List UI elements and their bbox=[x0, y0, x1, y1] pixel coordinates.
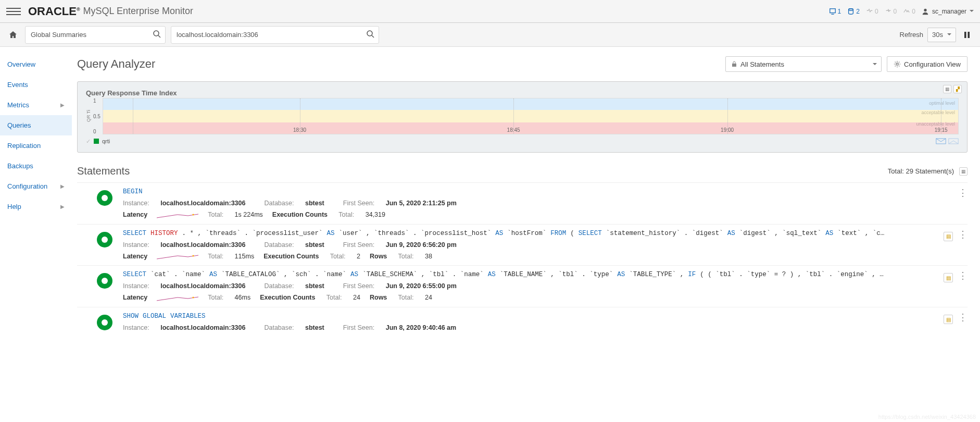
pause-icon bbox=[963, 31, 971, 39]
page-title: Query Analyzer bbox=[77, 57, 155, 71]
chevron-right-icon: ▶ bbox=[60, 204, 65, 209]
statement-sql[interactable]: SELECT HISTORY . * , `threads` . `proces… bbox=[123, 230, 933, 237]
home-icon bbox=[8, 30, 18, 40]
chevron-down-icon bbox=[873, 63, 877, 67]
svg-line-5 bbox=[158, 35, 160, 38]
copy-sql-button[interactable]: ▤ bbox=[944, 232, 953, 241]
copy-sql-button[interactable]: ▤ bbox=[944, 273, 953, 282]
sidebar-item-events[interactable]: Events bbox=[0, 75, 72, 95]
brand-logo: ORACLE® bbox=[28, 5, 80, 18]
statement-menu-button[interactable]: ⋮ bbox=[958, 273, 968, 278]
status-instances[interactable]: 2 bbox=[847, 8, 860, 15]
refresh-label: Refresh bbox=[900, 31, 924, 39]
pause-button[interactable] bbox=[960, 28, 974, 42]
sidebar-item-replication[interactable]: Replication bbox=[0, 135, 72, 156]
sidebar-nav: OverviewEventsMetrics▶QueriesReplication… bbox=[0, 47, 72, 352]
statement-menu-button[interactable]: ⋮ bbox=[958, 315, 968, 320]
statement-menu-button[interactable]: ⋮ bbox=[958, 232, 968, 237]
lock-icon bbox=[731, 61, 737, 67]
sidebar-item-label: Overview bbox=[7, 60, 35, 68]
user-icon bbox=[922, 8, 929, 15]
status-warning[interactable]: 0 bbox=[866, 8, 878, 15]
chart-x-tick: 19:00 bbox=[721, 127, 734, 133]
chart-x-tick: 18:45 bbox=[507, 127, 520, 133]
svg-point-15 bbox=[193, 255, 194, 257]
svg-point-4 bbox=[154, 31, 159, 36]
instance-selector[interactable]: localhost.localdomain:3306 bbox=[171, 26, 379, 44]
chart-plot-area[interactable]: optimal level acceptable level unaccepta… bbox=[103, 98, 959, 134]
status-ok-badge bbox=[97, 273, 112, 289]
refresh-interval-value: 30s bbox=[932, 31, 943, 39]
copy-sql-button[interactable]: ▤ bbox=[944, 315, 953, 324]
statement-meta: Instance: localhost.localdomain:3306Data… bbox=[123, 241, 933, 249]
statement-row: SHOW GLOBAL VARIABLESInstance: localhost… bbox=[77, 307, 968, 337]
statement-stats: LatencyTotal: 1s 224msExecution Counts T… bbox=[123, 211, 948, 219]
chart-level-acceptable: acceptable level bbox=[921, 110, 955, 115]
statement-sql[interactable]: BEGIN bbox=[123, 188, 948, 195]
qrti-chart-panel: ▦ ▞ Query Response Time Index QR Ti 10.5… bbox=[77, 81, 968, 153]
legend-swatch bbox=[94, 139, 99, 144]
chart-level-unacceptable: unacceptable level bbox=[916, 121, 955, 127]
search-icon bbox=[366, 30, 374, 40]
chart-level-optimal: optimal level bbox=[929, 101, 955, 106]
sidebar-item-overview[interactable]: Overview bbox=[0, 54, 72, 75]
user-name: sc_manager bbox=[932, 8, 966, 15]
chart-settings-button[interactable]: ▞ bbox=[953, 85, 962, 93]
statement-meta: Instance: localhost.localdomain:3306Data… bbox=[123, 282, 933, 290]
envelope-open-icon[interactable] bbox=[948, 138, 959, 145]
group-selector[interactable]: Global Summaries bbox=[25, 26, 166, 44]
configuration-view-button[interactable]: Configuration View bbox=[887, 56, 968, 72]
sidebar-item-label: Backups bbox=[7, 162, 33, 170]
sidebar-item-metrics[interactable]: Metrics▶ bbox=[0, 95, 72, 115]
context-toolbar: Global Summaries localhost.localdomain:3… bbox=[0, 23, 980, 47]
status-ok-badge bbox=[97, 190, 112, 206]
menu-toggle-button[interactable] bbox=[6, 4, 21, 19]
svg-rect-8 bbox=[964, 32, 966, 38]
chevron-down-icon bbox=[970, 10, 974, 14]
home-button[interactable] bbox=[6, 28, 20, 42]
sidebar-item-queries[interactable]: Queries bbox=[0, 115, 72, 135]
sidebar-item-label: Help bbox=[7, 203, 21, 210]
statement-row: SELECT HISTORY . * , `threads` . `proces… bbox=[77, 224, 968, 266]
sidebar-item-label: Events bbox=[7, 81, 28, 89]
configuration-view-label: Configuration View bbox=[904, 60, 961, 68]
svg-rect-9 bbox=[968, 32, 970, 38]
chart-export-button[interactable]: ▦ bbox=[943, 85, 951, 93]
statements-list: BEGINInstance: localhost.localdomain:330… bbox=[77, 182, 968, 337]
svg-rect-10 bbox=[732, 64, 736, 67]
sidebar-item-label: Configuration bbox=[7, 182, 47, 190]
sidebar-item-backups[interactable]: Backups bbox=[0, 156, 72, 176]
gear-icon bbox=[894, 60, 901, 68]
chevron-right-icon: ▶ bbox=[60, 183, 65, 189]
top-banner: ORACLE® MySQL Enterprise Monitor 1 2 0 0… bbox=[0, 0, 980, 23]
statement-row: SELECT `cat` . `name` AS `TABLE_CATALOG`… bbox=[77, 265, 968, 307]
legend-label: qrti bbox=[102, 138, 110, 144]
statement-menu-button[interactable]: ⋮ bbox=[958, 190, 968, 195]
chart-x-tick: 19:15 bbox=[935, 127, 948, 133]
statements-export-button[interactable]: ▦ bbox=[959, 167, 968, 176]
sidebar-item-label: Replication bbox=[7, 142, 41, 150]
sidebar-item-help[interactable]: Help▶ bbox=[0, 196, 72, 217]
sidebar-item-configuration[interactable]: Configuration▶ bbox=[0, 176, 72, 196]
sidebar-item-label: Metrics bbox=[7, 101, 29, 109]
statement-sql[interactable]: SELECT `cat` . `name` AS `TABLE_CATALOG`… bbox=[123, 271, 933, 278]
chart-y-ticks: 10.50 bbox=[91, 98, 103, 134]
status-emergency[interactable]: 0 bbox=[903, 8, 915, 15]
product-name: MySQL Enterprise Monitor bbox=[83, 6, 193, 17]
svg-point-16 bbox=[193, 297, 194, 299]
statements-title: Statements bbox=[77, 165, 130, 177]
svg-point-6 bbox=[367, 31, 372, 36]
status-critical[interactable]: 0 bbox=[885, 8, 897, 15]
status-hosts[interactable]: 1 bbox=[829, 8, 841, 15]
svg-rect-0 bbox=[830, 8, 835, 13]
statement-filter-select[interactable]: All Statements bbox=[725, 56, 882, 72]
statement-row: BEGINInstance: localhost.localdomain:330… bbox=[77, 182, 968, 224]
refresh-interval-select[interactable]: 30s bbox=[927, 28, 956, 42]
main-content: Query Analyzer All Statements Configurat… bbox=[72, 47, 980, 352]
envelope-icon[interactable] bbox=[936, 138, 946, 145]
svg-point-14 bbox=[193, 214, 194, 215]
statement-meta: Instance: localhost.localdomain:3306Data… bbox=[123, 324, 933, 331]
user-menu[interactable]: sc_manager bbox=[922, 8, 974, 15]
statement-sql[interactable]: SHOW GLOBAL VARIABLES bbox=[123, 313, 933, 320]
svg-point-2 bbox=[849, 8, 853, 10]
